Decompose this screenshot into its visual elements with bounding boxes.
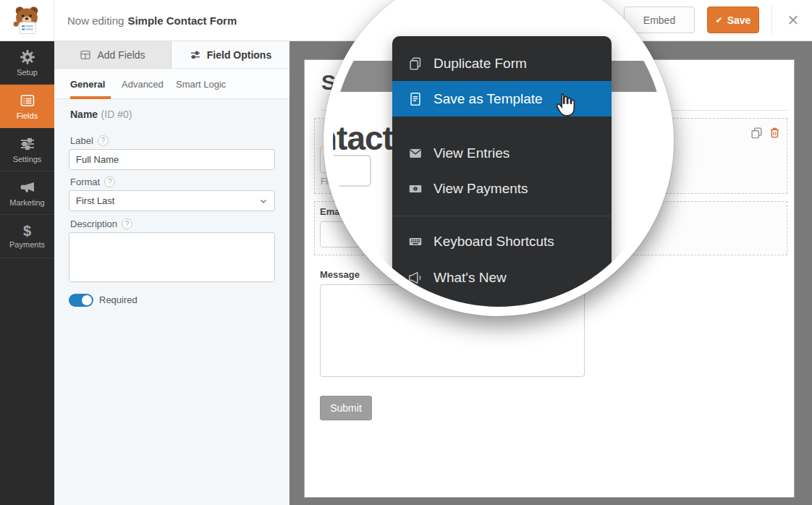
toolbar-divider (771, 7, 772, 34)
gear-icon (19, 48, 36, 66)
now-editing-text: Now editing Simple Contact Form (67, 0, 237, 41)
label-help-icon[interactable]: ? (98, 135, 109, 146)
envelope-icon (407, 145, 423, 161)
magnified-input-fragment (323, 155, 371, 187)
required-label: Required (99, 294, 138, 305)
option-subtabs: General Advanced Smart Logic (54, 69, 289, 99)
embed-button[interactable]: Embed (624, 7, 695, 33)
active-subtab-underline (70, 96, 111, 99)
menu-item-keyboard-shortcuts[interactable]: Keyboard Shortcuts (392, 224, 612, 259)
format-select[interactable]: First Last (69, 190, 275, 211)
trash-icon[interactable] (769, 127, 780, 139)
save-button[interactable]: ✔ Save (707, 7, 759, 33)
message-label: Message (320, 269, 360, 280)
menu-item-whats-new[interactable]: What's New (392, 260, 612, 295)
subtab-smart-logic[interactable]: Smart Logic (176, 69, 226, 99)
format-row: Format ? (70, 177, 115, 187)
builder-dropdown-menu: Duplicate Form Save as Template (392, 36, 612, 311)
description-row: Description ? (70, 218, 132, 229)
banknote-icon: 1 (407, 181, 423, 197)
duplicate-field-icon[interactable] (750, 127, 763, 139)
form-fields-icon (19, 92, 36, 109)
nav-item-setup[interactable]: Setup (0, 41, 54, 85)
duplicate-icon (407, 56, 423, 72)
magnified-title-fragment: ntact (323, 119, 393, 158)
keyboard-icon (407, 234, 423, 250)
menu-separator (392, 216, 612, 216)
close-builder-button[interactable]: ✕ (782, 9, 805, 31)
wpforms-logo (0, 0, 54, 41)
svg-text:1: 1 (415, 187, 417, 191)
dollar-icon: $ (23, 224, 31, 238)
builder-nav: Setup Fields Settings (0, 41, 54, 505)
nav-item-payments[interactable]: $ Payments (0, 215, 54, 258)
menu-item-view-entries[interactable]: View Entries (392, 136, 612, 171)
subtab-advanced[interactable]: Advanced (122, 69, 164, 99)
check-icon: ✔ (716, 15, 723, 25)
field-heading: Name (ID #0) (70, 108, 132, 121)
close-icon: ✕ (787, 12, 800, 29)
chevron-down-icon (259, 197, 268, 205)
field-actions (750, 127, 780, 139)
menu-item-view-payments[interactable]: 1 View Payments (392, 171, 612, 206)
label-input[interactable] (69, 149, 275, 170)
tab-field-options[interactable]: Field Options (172, 41, 289, 69)
field-options-icon (190, 49, 201, 61)
wpforms-builder: Now editing Simple Contact Form ? Embed … (0, 0, 812, 505)
megaphone-icon (19, 179, 36, 196)
document-icon (407, 91, 423, 107)
nav-item-fields[interactable]: Fields (0, 85, 54, 128)
menu-item-duplicate-form[interactable]: Duplicate Form (392, 46, 612, 81)
field-options-panel: Add Fields Field Options General Advance… (54, 41, 289, 505)
add-fields-icon (80, 49, 91, 61)
announcement-icon (407, 270, 423, 286)
submit-button-preview[interactable]: Submit (320, 396, 372, 420)
subtab-general[interactable]: General (70, 69, 105, 99)
format-help-icon[interactable]: ? (104, 177, 115, 187)
hand-cursor-icon (551, 91, 579, 119)
description-help-icon[interactable]: ? (122, 218, 132, 229)
nav-item-marketing[interactable]: Marketing (0, 171, 54, 215)
description-textarea[interactable] (69, 232, 275, 282)
toggle-knob (82, 295, 92, 305)
sliders-icon (19, 135, 36, 153)
bear-logo-icon (12, 4, 42, 37)
editing-form-name: Simple Contact Form (127, 14, 237, 27)
label-row: Label ? (70, 135, 109, 146)
now-editing-prefix: Now editing (67, 14, 124, 27)
tab-add-fields[interactable]: Add Fields (54, 41, 172, 69)
required-toggle[interactable] (69, 294, 93, 307)
nav-item-settings[interactable]: Settings (0, 128, 54, 171)
